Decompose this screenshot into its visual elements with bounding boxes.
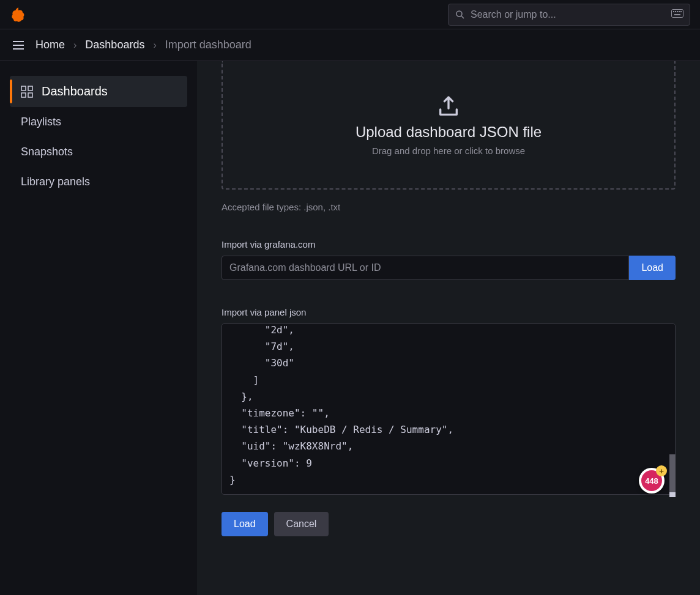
svg-rect-9 xyxy=(674,14,680,15)
sidebar-item-label: Library panels xyxy=(21,176,90,188)
sidebar-item-library-panels[interactable]: Library panels xyxy=(10,167,187,197)
grafana-com-load-button[interactable]: Load xyxy=(629,256,676,280)
breadcrumb: Home › Dashboards › Import dashboard xyxy=(0,29,700,61)
sidebar-item-playlists[interactable]: Playlists xyxy=(10,107,187,137)
svg-rect-3 xyxy=(672,10,683,18)
dropzone-title: Upload dashboard JSON file xyxy=(356,124,542,141)
sidebar-item-label: Playlists xyxy=(21,116,61,128)
breadcrumb-current: Import dashboard xyxy=(165,39,251,51)
breadcrumb-dashboards[interactable]: Dashboards xyxy=(85,39,144,51)
svg-rect-14 xyxy=(28,86,32,91)
keyboard-icon xyxy=(671,8,683,21)
breadcrumb-home[interactable]: Home xyxy=(35,39,65,51)
grafana-com-input[interactable] xyxy=(222,256,629,280)
load-button[interactable]: Load xyxy=(222,512,268,536)
grafana-logo-icon[interactable] xyxy=(10,6,27,23)
svg-point-1 xyxy=(456,11,462,17)
svg-rect-6 xyxy=(677,11,678,12)
svg-rect-16 xyxy=(28,93,32,97)
svg-rect-8 xyxy=(680,11,682,12)
svg-rect-5 xyxy=(675,11,676,12)
chevron-right-icon: › xyxy=(73,40,76,51)
grafana-com-label: Import via grafana.com xyxy=(222,239,676,249)
dashboards-icon xyxy=(21,86,33,98)
sidebar-item-snapshots[interactable]: Snapshots xyxy=(10,137,187,167)
scrollbar[interactable] xyxy=(669,454,676,497)
svg-rect-15 xyxy=(21,93,26,97)
dropzone-subtitle: Drag and drop here or click to browse xyxy=(372,146,525,156)
sidebar: Dashboards Playlists Snapshots Library p… xyxy=(0,61,197,595)
svg-line-2 xyxy=(461,16,464,18)
search-box[interactable] xyxy=(448,4,690,26)
chevron-right-icon: › xyxy=(153,40,156,51)
svg-rect-13 xyxy=(21,86,26,91)
notification-badge[interactable]: 448 + xyxy=(639,468,665,493)
menu-toggle-icon[interactable] xyxy=(10,37,27,54)
sidebar-item-dashboards[interactable]: Dashboards xyxy=(10,76,187,107)
search-icon xyxy=(455,9,466,20)
accepted-file-types: Accepted file types: .json, .txt xyxy=(222,202,676,212)
sidebar-item-label: Snapshots xyxy=(21,146,73,158)
search-input[interactable] xyxy=(471,9,663,20)
plus-icon: + xyxy=(656,465,667,476)
upload-dropzone[interactable]: Upload dashboard JSON file Drag and drop… xyxy=(222,61,676,190)
svg-rect-7 xyxy=(679,11,680,12)
panel-json-textarea[interactable] xyxy=(222,323,676,495)
panel-json-label: Import via panel json xyxy=(222,307,676,317)
cancel-button[interactable]: Cancel xyxy=(274,512,329,536)
sidebar-item-label: Dashboards xyxy=(42,84,108,98)
svg-rect-4 xyxy=(673,11,674,12)
upload-icon xyxy=(436,94,461,119)
